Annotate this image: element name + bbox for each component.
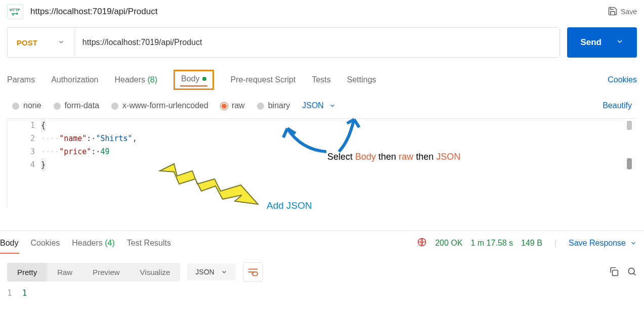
send-button[interactable]: Send xyxy=(567,27,637,58)
body-lang-label: JSON xyxy=(302,101,324,110)
response-value: 1 xyxy=(22,288,27,298)
response-tab-tests[interactable]: Test Results xyxy=(127,239,171,248)
tab-body-label: Body xyxy=(181,74,199,83)
response-tab-cookies[interactable]: Cookies xyxy=(30,239,60,248)
response-time: 1 m 17.58 s xyxy=(470,239,513,248)
response-status: 200 OK xyxy=(435,239,462,248)
body-lang-select[interactable]: JSON xyxy=(302,101,336,110)
response-size: 149 B xyxy=(521,239,542,248)
http-method-icon: HTTP xyxy=(7,4,23,19)
beautify-button[interactable]: Beautify xyxy=(603,101,632,110)
scrollbar-thumb[interactable] xyxy=(627,158,632,169)
svg-point-4 xyxy=(628,268,634,274)
save-button[interactable]: Save xyxy=(608,6,637,18)
copy-response-icon[interactable] xyxy=(609,266,619,278)
chevron-down-icon xyxy=(221,268,228,275)
response-body-editor[interactable]: 1 1 xyxy=(7,288,27,298)
tab-settings[interactable]: Settings xyxy=(347,75,376,84)
response-view-tabs: Pretty Raw Preview Visualize xyxy=(7,263,180,282)
save-icon xyxy=(608,6,618,18)
send-label: Send xyxy=(580,37,602,48)
view-tab-raw[interactable]: Raw xyxy=(47,263,82,282)
headers-count: (8) xyxy=(147,75,157,84)
gutter-line: 3 xyxy=(8,145,41,158)
save-label: Save xyxy=(621,8,637,16)
gutter-line: 1 xyxy=(7,288,12,298)
view-tab-preview[interactable]: Preview xyxy=(82,263,130,282)
response-tab-headers[interactable]: Headers (4) xyxy=(72,239,115,248)
svg-line-5 xyxy=(633,273,635,275)
search-response-icon[interactable] xyxy=(627,266,637,278)
tab-authorization[interactable]: Authorization xyxy=(51,75,98,84)
chevron-down-icon xyxy=(329,102,336,109)
tab-params[interactable]: Params xyxy=(7,75,35,84)
body-type-formdata[interactable]: form-data xyxy=(54,101,99,110)
annotation-add-json: Add JSON xyxy=(267,200,312,211)
request-url-input[interactable] xyxy=(74,28,560,57)
annotation-select-text: Select Body then raw then JSON xyxy=(327,152,460,162)
body-type-raw[interactable]: raw xyxy=(221,101,245,110)
request-url-bar: POST xyxy=(7,27,560,58)
svg-text:HTTP: HTTP xyxy=(10,8,21,12)
tab-tests[interactable]: Tests xyxy=(312,75,330,84)
tab-body[interactable]: Body xyxy=(174,70,214,90)
body-type-xwww[interactable]: x-www-form-urlencoded xyxy=(111,101,208,110)
scrollbar-thumb[interactable] xyxy=(627,121,632,130)
view-tab-visualize[interactable]: Visualize xyxy=(130,263,181,282)
chevron-down-icon xyxy=(616,37,624,48)
tab-headers-label: Headers xyxy=(115,75,145,84)
request-body-editor[interactable]: 1 { 2 ····"name":·"Shirts", 3 ····"price… xyxy=(7,118,637,207)
http-method-select[interactable]: POST xyxy=(8,28,74,57)
body-type-none[interactable]: none xyxy=(12,101,41,110)
http-method-label: POST xyxy=(17,38,37,47)
tab-headers[interactable]: Headers (8) xyxy=(115,75,158,84)
body-type-binary[interactable]: binary xyxy=(257,101,290,110)
response-headers-count: (4) xyxy=(105,239,115,247)
gutter-line: 1 xyxy=(8,119,41,132)
gutter-line: 4 xyxy=(8,158,41,171)
chevron-down-icon xyxy=(58,38,65,47)
response-lang-select[interactable]: JSON xyxy=(187,263,235,281)
cookies-link[interactable]: Cookies xyxy=(608,75,637,84)
chevron-down-icon xyxy=(630,240,637,247)
body-active-indicator xyxy=(202,77,206,81)
response-tab-body[interactable]: Body xyxy=(0,239,18,248)
wrap-lines-button[interactable] xyxy=(243,262,263,282)
gutter-line: 2 xyxy=(8,132,41,145)
tab-prerequest[interactable]: Pre-request Script xyxy=(230,75,295,84)
view-tab-pretty[interactable]: Pretty xyxy=(7,263,47,282)
save-response-button[interactable]: Save Response xyxy=(569,239,637,248)
network-globe-icon[interactable] xyxy=(417,237,427,249)
request-tab-title: https://localhost:7019/api/Product xyxy=(30,7,157,17)
svg-rect-3 xyxy=(613,270,618,275)
